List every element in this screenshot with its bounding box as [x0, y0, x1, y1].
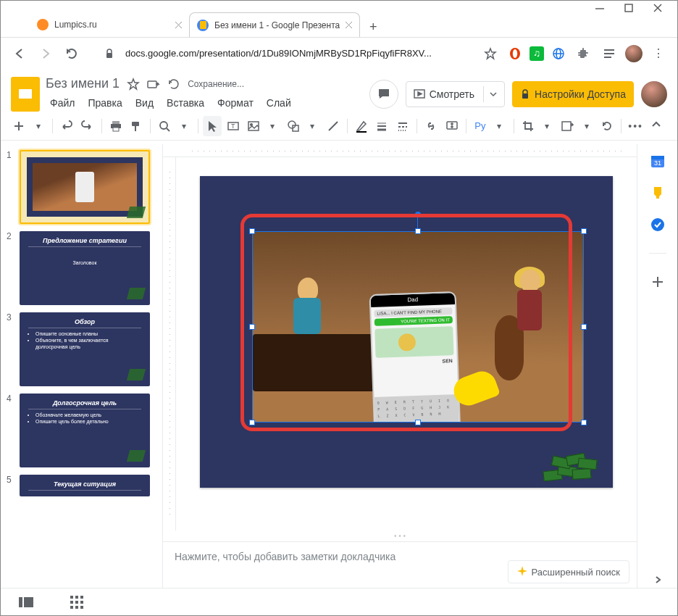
filmstrip-view-button[interactable]	[15, 591, 37, 613]
spellcheck-dropdown[interactable]: ▾	[490, 116, 508, 136]
svg-marker-18	[128, 79, 138, 89]
svg-rect-27	[113, 128, 119, 131]
svg-rect-8	[106, 53, 112, 58]
thumb-1[interactable]: 1	[7, 150, 162, 224]
svg-point-37	[288, 121, 296, 128]
hide-sidepanel-icon[interactable]	[650, 572, 666, 588]
more-tools-button[interactable]: •••	[626, 116, 645, 136]
thumb-4[interactable]: 4 Долгосрочная цель Обозначьте желаемую …	[7, 394, 162, 467]
slide-thumbnails: 1 2 Предложение стратегии Заголовок 3 Об…	[1, 144, 163, 588]
comments-button[interactable]	[369, 80, 398, 109]
close-tab-icon[interactable]	[175, 22, 182, 28]
menu-edit[interactable]: Правка	[83, 94, 126, 112]
zoom-dropdown[interactable]: ▾	[175, 116, 193, 136]
user-avatar[interactable]	[641, 81, 667, 107]
doc-title-input[interactable]: Без имени 1	[46, 76, 120, 91]
new-slide-dropdown[interactable]: ▾	[28, 116, 47, 136]
image-dropdown[interactable]: ▾	[263, 116, 282, 136]
spellcheck-button[interactable]: Ру	[471, 116, 490, 136]
browser-tab-strip: Lumpics.ru Без имени 1 - Google Презента…	[30, 11, 677, 37]
add-addon-icon[interactable]	[650, 274, 666, 290]
zoom-button[interactable]	[155, 116, 174, 136]
reading-list-icon[interactable]	[599, 43, 619, 64]
border-weight-button[interactable]	[372, 116, 391, 136]
resize-handle[interactable]	[581, 324, 587, 330]
bookmark-star-icon[interactable]	[480, 43, 501, 64]
close-tab-icon[interactable]	[346, 22, 352, 28]
svg-point-36	[251, 123, 253, 125]
ext-opera-icon[interactable]	[506, 45, 524, 62]
tasks-icon[interactable]	[650, 217, 666, 233]
window-controls	[1, 1, 677, 11]
slides-logo[interactable]	[11, 77, 40, 112]
undo-button[interactable]	[57, 116, 76, 136]
comment-button[interactable]	[442, 116, 461, 136]
present-button[interactable]: Смотреть	[406, 81, 505, 107]
redo-button[interactable]	[78, 116, 96, 136]
svg-point-11	[513, 49, 517, 58]
share-button[interactable]: Настройки Доступа	[512, 81, 634, 107]
advanced-search-button[interactable]: Расширенный поиск	[508, 560, 629, 583]
svg-marker-9	[485, 49, 495, 59]
thumb-5[interactable]: 5 Текущая ситуация	[7, 475, 162, 496]
calendar-icon[interactable]: 31	[650, 153, 666, 169]
lock-icon[interactable]	[99, 43, 120, 64]
link-button[interactable]	[422, 116, 440, 136]
svg-rect-25	[112, 121, 120, 124]
svg-line-31	[167, 128, 170, 131]
svg-rect-66	[75, 601, 78, 604]
replace-image-dropdown[interactable]: ▾	[577, 116, 596, 136]
line-tool[interactable]	[323, 116, 342, 136]
resize-handle[interactable]	[581, 420, 587, 425]
ext-globe-icon[interactable]	[550, 45, 567, 62]
new-slide-button[interactable]	[9, 116, 28, 136]
print-button[interactable]	[106, 116, 125, 136]
highlight-frame	[240, 214, 572, 431]
chevron-down-icon[interactable]	[490, 91, 497, 98]
reload-button[interactable]	[62, 43, 82, 64]
move-icon[interactable]	[147, 78, 160, 91]
border-dash-button[interactable]	[393, 116, 412, 136]
border-color-button[interactable]	[352, 116, 371, 136]
grid-view-button[interactable]	[66, 591, 88, 613]
resize-handle[interactable]	[581, 228, 587, 234]
tab-slides[interactable]: Без имени 1 - Google Презента	[189, 12, 360, 37]
keep-icon[interactable]	[650, 185, 666, 201]
svg-line-39	[329, 122, 338, 130]
menu-view[interactable]: Вид	[131, 94, 158, 112]
textbox-tool[interactable]: T	[223, 116, 242, 136]
shape-dropdown[interactable]: ▾	[303, 116, 322, 136]
slide-canvas[interactable]: Dad LISA... I CAN'T FIND MY PHONE YOU'RE…	[200, 176, 613, 488]
app-header: Без имени 1 Сохранение... Файл Правка Ви…	[1, 69, 677, 112]
thumb-3[interactable]: 3 Обзор Опишите основные планы Объясните…	[7, 312, 162, 386]
tab-lumpics[interactable]: Lumpics.ru	[30, 12, 189, 37]
thumb-2[interactable]: 2 Предложение стратегии Заголовок	[7, 231, 162, 305]
reset-image-button[interactable]	[598, 116, 616, 136]
star-outline-icon[interactable]	[127, 78, 140, 91]
menu-insert[interactable]: Вставка	[162, 94, 209, 112]
new-tab-button[interactable]: +	[363, 17, 383, 37]
profile-avatar[interactable]	[625, 45, 643, 62]
collapse-toolbar-button[interactable]	[647, 116, 669, 136]
url-text[interactable]: docs.google.com/presentation/d/1Du89IONm…	[125, 48, 474, 59]
shape-tool[interactable]	[284, 116, 303, 136]
main-area: 1 2 Предложение стратегии Заголовок 3 Об…	[1, 144, 637, 588]
select-tool[interactable]	[203, 116, 222, 136]
saving-label: Сохранение...	[188, 79, 244, 89]
image-tool[interactable]	[244, 116, 263, 136]
crop-dropdown[interactable]: ▾	[537, 116, 556, 136]
replace-image-button[interactable]	[558, 116, 577, 136]
extensions-icon[interactable]	[573, 43, 593, 64]
browser-menu-icon[interactable]: ⋮	[648, 43, 669, 64]
crop-button[interactable]	[518, 116, 537, 136]
menu-format[interactable]: Формат	[213, 94, 258, 112]
nav-fwd-button[interactable]	[35, 43, 56, 64]
ext-music-icon[interactable]: ♫	[530, 46, 544, 61]
svg-rect-60	[19, 597, 22, 607]
nav-back-button[interactable]	[9, 43, 30, 64]
svg-marker-21	[418, 92, 422, 96]
menu-file[interactable]: Файл	[46, 94, 79, 112]
svg-rect-22	[522, 93, 528, 99]
paint-format-button[interactable]	[127, 116, 146, 136]
menu-slide[interactable]: Слай	[262, 94, 296, 112]
